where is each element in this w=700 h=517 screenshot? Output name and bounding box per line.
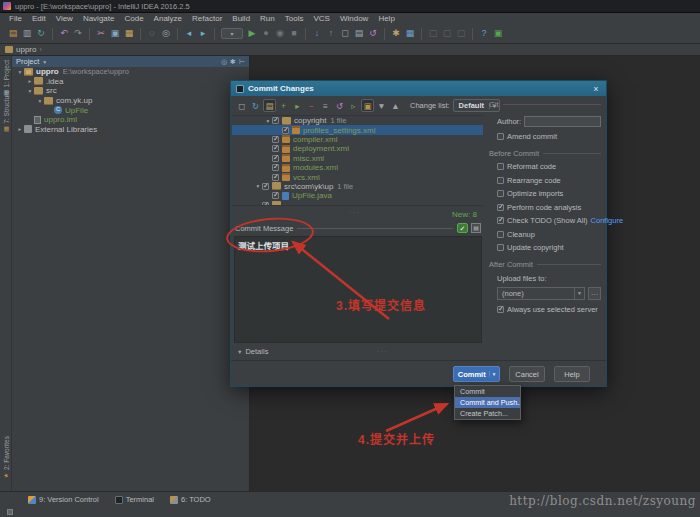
configure-link[interactable]: Configure bbox=[591, 216, 624, 225]
changes-tree-item-modules.xml[interactable]: modules.xml bbox=[232, 163, 483, 172]
coverage-icon[interactable]: ◉ bbox=[274, 27, 286, 40]
spellcheck-icon[interactable]: ✓ bbox=[457, 223, 468, 233]
replace-icon[interactable]: ◎ bbox=[160, 27, 172, 40]
shelve-icon[interactable]: ▤ bbox=[353, 27, 365, 40]
project-tree-item-.idea[interactable]: ▸.idea bbox=[12, 77, 249, 87]
settings-icon[interactable]: ✱ bbox=[230, 58, 236, 65]
artifact-icon[interactable]: ▢ bbox=[441, 27, 453, 40]
project-panel-header[interactable]: Project ▼ ◎✱⊢ bbox=[12, 56, 249, 67]
update-project-icon[interactable]: ↓ bbox=[311, 27, 323, 40]
changes-tree-item-partial-row[interactable] bbox=[232, 201, 483, 206]
checkbox-icon[interactable] bbox=[282, 127, 289, 134]
checkbox-icon[interactable] bbox=[262, 183, 269, 190]
toolwindow-toggle-icon[interactable] bbox=[7, 509, 13, 515]
checkbox-icon[interactable] bbox=[272, 117, 279, 124]
synchronize-icon[interactable]: ↻ bbox=[35, 27, 47, 40]
refresh-icon[interactable]: ↻ bbox=[249, 99, 262, 112]
checkbox-icon[interactable] bbox=[272, 164, 279, 171]
back-icon[interactable]: ◂ bbox=[183, 27, 195, 40]
checkbox-cleanup[interactable]: Cleanup bbox=[497, 230, 601, 239]
expand-all-icon[interactable]: ▼ bbox=[375, 99, 388, 112]
upload-server-select[interactable]: (none) ▼ bbox=[497, 287, 585, 300]
scroll-from-source-icon[interactable]: ◎ bbox=[221, 58, 227, 65]
close-icon[interactable]: × bbox=[591, 84, 601, 94]
add-icon[interactable]: + bbox=[277, 99, 290, 112]
checkbox-icon[interactable] bbox=[272, 145, 279, 152]
commit-changes-icon[interactable]: ↑ bbox=[325, 27, 337, 40]
menu-item-build[interactable]: Build bbox=[227, 14, 255, 23]
author-input[interactable] bbox=[524, 116, 601, 127]
revert-icon[interactable]: ↺ bbox=[367, 27, 379, 40]
menu-item-help[interactable]: Help bbox=[373, 14, 399, 23]
changes-tree-item-profiles_settings.xml[interactable]: profiles_settings.xml bbox=[232, 125, 483, 134]
splitter-dots[interactable]: ··· bbox=[377, 347, 388, 356]
module-icon[interactable]: ▢ bbox=[427, 27, 439, 40]
project-structure-icon[interactable]: ▦ bbox=[404, 27, 416, 40]
project-tree-item-uppro[interactable]: ▾upproE:\workspace\uppro bbox=[12, 67, 249, 77]
checkbox-icon[interactable] bbox=[272, 192, 279, 199]
find-icon[interactable]: ◌ bbox=[146, 27, 158, 40]
project-tree-item-upfile[interactable]: UpFile bbox=[12, 105, 249, 115]
checkbox-icon[interactable] bbox=[272, 155, 279, 162]
menu-item-code[interactable]: Code bbox=[119, 14, 148, 23]
commit-message-input[interactable]: 测试上传项目 bbox=[234, 236, 482, 343]
menu-item-refactor[interactable]: Refactor bbox=[187, 14, 227, 23]
menu-item-window[interactable]: Window bbox=[335, 14, 373, 23]
stripe-button-favorites[interactable]: ★2: Favorites bbox=[0, 436, 12, 479]
breadcrumb[interactable]: uppro bbox=[16, 45, 36, 54]
run-icon[interactable]: ▶ bbox=[246, 27, 258, 40]
menu-item-run[interactable]: Run bbox=[255, 14, 280, 23]
chevron-expanded-icon[interactable]: ▾ bbox=[36, 98, 44, 104]
revert-icon[interactable]: ↺ bbox=[333, 99, 346, 112]
debug-icon[interactable]: ● bbox=[260, 27, 272, 40]
chevron-down-icon[interactable]: ▼ bbox=[574, 288, 584, 299]
changes-tree-item-copyright[interactable]: ▾copyright1 file bbox=[232, 116, 483, 125]
project-tree-item-uppro.iml[interactable]: uppro.iml bbox=[12, 115, 249, 125]
copy-icon[interactable]: ▣ bbox=[109, 27, 121, 40]
packages-icon[interactable]: ▢ bbox=[455, 27, 467, 40]
forward-icon[interactable]: ▸ bbox=[197, 27, 209, 40]
save-all-icon[interactable]: ▥ bbox=[21, 27, 33, 40]
lock-icon[interactable]: ◻ bbox=[235, 99, 248, 112]
checkbox-rearrange-code[interactable]: Rearrange code bbox=[497, 176, 601, 185]
checkbox-optimize-imports[interactable]: Optimize imports bbox=[497, 189, 601, 198]
chevron-collapsed-icon[interactable]: ▸ bbox=[16, 126, 24, 132]
project-tree-item-com.yk.up[interactable]: ▾com.yk.up bbox=[12, 96, 249, 106]
changes-tree-item-compiler.xml[interactable]: compiler.xml bbox=[232, 135, 483, 144]
always-use-server-checkbox[interactable]: Always use selected server bbox=[497, 305, 601, 314]
details-expander[interactable]: ▼ Details ··· bbox=[237, 347, 483, 356]
menu-item-analyze[interactable]: Analyze bbox=[149, 14, 187, 23]
checkbox-icon[interactable] bbox=[262, 202, 269, 206]
group-by-directory-icon[interactable]: ▣ bbox=[361, 99, 374, 112]
chevron-expanded-icon[interactable]: ▾ bbox=[254, 183, 262, 189]
changes-tree-item-deployment.xml[interactable]: deployment.xml bbox=[232, 144, 483, 153]
jump-to-source-icon[interactable]: ▹ bbox=[347, 99, 360, 112]
checkbox-icon[interactable] bbox=[272, 174, 279, 181]
browse-servers-button[interactable]: … bbox=[588, 287, 601, 300]
paste-icon[interactable]: ▦ bbox=[123, 27, 135, 40]
settings-icon[interactable]: ✱ bbox=[390, 27, 402, 40]
statusbar-button-terminal[interactable]: Terminal bbox=[115, 495, 154, 504]
chevron-collapsed-icon[interactable]: ▸ bbox=[26, 78, 34, 84]
checkbox-perform-code-analysis[interactable]: Perform code analysis bbox=[497, 203, 601, 212]
amend-commit-checkbox[interactable]: Amend commit bbox=[497, 132, 601, 141]
splitter-dots[interactable]: ··· bbox=[349, 208, 360, 217]
checkbox-update-copyright[interactable]: Update copyright bbox=[497, 243, 601, 252]
menu-item-view[interactable]: View bbox=[51, 14, 78, 23]
chevron-down-icon[interactable]: ▼ bbox=[42, 59, 47, 65]
remove-icon[interactable]: − bbox=[305, 99, 318, 112]
show-diff-icon[interactable]: ▤ bbox=[263, 99, 276, 112]
hide-panel-icon[interactable]: ⊢ bbox=[239, 58, 245, 65]
statusbar-button-9--version-control[interactable]: 9: Version Control bbox=[28, 495, 99, 504]
checkbox-check-todo--show-all-[interactable]: Check TODO (Show All)Configure bbox=[497, 216, 601, 225]
cut-icon[interactable]: ✂ bbox=[95, 27, 107, 40]
message-history-icon[interactable]: ▤ bbox=[471, 223, 481, 233]
collapse-all-icon[interactable]: ▲ bbox=[389, 99, 402, 112]
chevron-expanded-icon[interactable]: ▾ bbox=[26, 88, 34, 94]
redo-icon[interactable]: ↷ bbox=[72, 27, 84, 40]
menu-item-commit[interactable]: Commit bbox=[455, 386, 520, 397]
menu-item-create-patch---[interactable]: Create Patch... bbox=[455, 408, 520, 419]
statusbar-button-6--todo[interactable]: 6: TODO bbox=[170, 495, 211, 504]
stop-icon[interactable]: ■ bbox=[288, 27, 300, 40]
open-file-icon[interactable]: ▤ bbox=[7, 27, 19, 40]
